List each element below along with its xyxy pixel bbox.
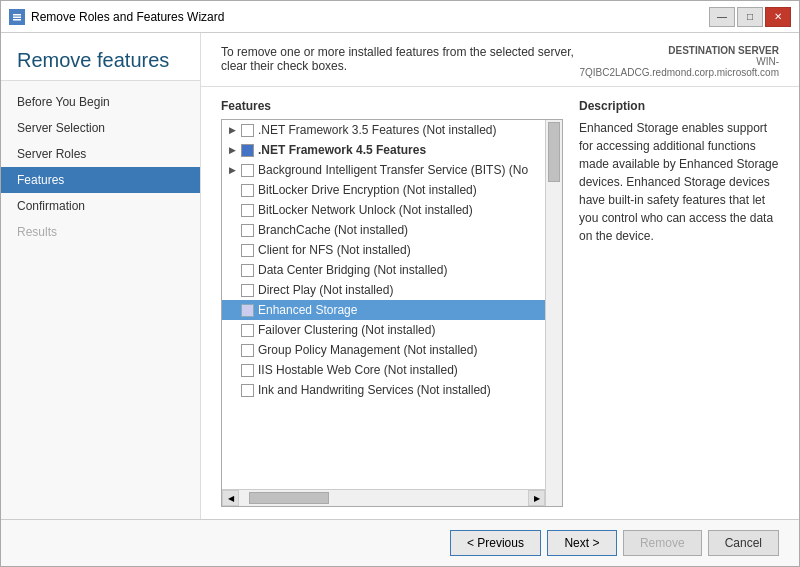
feature-group-policy[interactable]: Group Policy Management (Not installed) xyxy=(222,340,545,360)
feature-ink-handwriting[interactable]: Ink and Handwriting Services (Not instal… xyxy=(222,380,545,400)
sidebar-item-confirmation[interactable]: Confirmation xyxy=(1,193,200,219)
wizard-icon xyxy=(9,9,25,25)
description-panel: Description Enhanced Storage enables sup… xyxy=(579,99,779,507)
content-area: Remove features Before You Begin Server … xyxy=(1,33,799,519)
checkbox-enhanced-storage[interactable] xyxy=(241,304,254,317)
title-bar-left: Remove Roles and Features Wizard xyxy=(9,9,224,25)
features-list-container: ▶ .NET Framework 3.5 Features (Not insta… xyxy=(221,119,563,507)
destination-label: DESTINATION SERVER xyxy=(579,45,779,56)
feature-failover-clustering-label: Failover Clustering (Not installed) xyxy=(258,323,435,337)
feature-bitlocker[interactable]: BitLocker Drive Encryption (Not installe… xyxy=(222,180,545,200)
expand-net45[interactable]: ▶ xyxy=(226,144,238,156)
feature-client-nfs[interactable]: Client for NFS (Not installed) xyxy=(222,240,545,260)
feature-datacenter-bridging[interactable]: Data Center Bridging (Not installed) xyxy=(222,260,545,280)
sidebar-item-features[interactable]: Features xyxy=(1,167,200,193)
close-button[interactable]: ✕ xyxy=(765,7,791,27)
feature-direct-play-label: Direct Play (Not installed) xyxy=(258,283,393,297)
feature-net35-label: .NET Framework 3.5 Features (Not install… xyxy=(258,123,497,137)
checkbox-ink-handwriting[interactable] xyxy=(241,384,254,397)
sidebar-item-before-you-begin[interactable]: Before You Begin xyxy=(1,89,200,115)
feature-net45[interactable]: ▶ .NET Framework 4.5 Features xyxy=(222,140,545,160)
feature-enhanced-storage-label: Enhanced Storage xyxy=(258,303,357,317)
feature-ink-handwriting-label: Ink and Handwriting Services (Not instal… xyxy=(258,383,491,397)
maximize-button[interactable]: □ xyxy=(737,7,763,27)
checkbox-group-policy[interactable] xyxy=(241,344,254,357)
checkbox-branchcache[interactable] xyxy=(241,224,254,237)
feature-client-nfs-label: Client for NFS (Not installed) xyxy=(258,243,411,257)
cancel-button[interactable]: Cancel xyxy=(708,530,779,556)
features-list[interactable]: ▶ .NET Framework 3.5 Features (Not insta… xyxy=(222,120,562,506)
vertical-scrollbar[interactable] xyxy=(545,120,562,506)
minimize-button[interactable]: — xyxy=(709,7,735,27)
feature-branchcache-label: BranchCache (Not installed) xyxy=(258,223,408,237)
checkbox-datacenter-bridging[interactable] xyxy=(241,264,254,277)
main-window: Remove Roles and Features Wizard — □ ✕ R… xyxy=(0,0,800,567)
window-title: Remove Roles and Features Wizard xyxy=(31,10,224,24)
feature-net45-label: .NET Framework 4.5 Features xyxy=(258,143,426,157)
features-area: Features ▶ .NET Framework 3.5 Features (… xyxy=(201,87,799,519)
feature-failover-clustering[interactable]: Failover Clustering (Not installed) xyxy=(222,320,545,340)
previous-button[interactable]: < Previous xyxy=(450,530,541,556)
next-button[interactable]: Next > xyxy=(547,530,617,556)
checkbox-bits[interactable] xyxy=(241,164,254,177)
feature-direct-play[interactable]: Direct Play (Not installed) xyxy=(222,280,545,300)
feature-group-policy-label: Group Policy Management (Not installed) xyxy=(258,343,477,357)
window-controls: — □ ✕ xyxy=(709,7,791,27)
feature-bitlocker-network[interactable]: BitLocker Network Unlock (Not installed) xyxy=(222,200,545,220)
title-bar: Remove Roles and Features Wizard — □ ✕ xyxy=(1,1,799,33)
sidebar-header: Remove features xyxy=(1,33,200,81)
features-panel: Features ▶ .NET Framework 3.5 Features (… xyxy=(221,99,563,507)
feature-bits-label: Background Intelligent Transfer Service … xyxy=(258,163,528,177)
feature-bitlocker-network-label: BitLocker Network Unlock (Not installed) xyxy=(258,203,473,217)
h-scroll-thumb[interactable] xyxy=(249,492,329,504)
remove-button[interactable]: Remove xyxy=(623,530,702,556)
svg-rect-2 xyxy=(13,16,21,18)
h-scroll-track[interactable] xyxy=(239,490,528,506)
description-title: Description xyxy=(579,99,779,113)
sidebar-nav: Before You Begin Server Selection Server… xyxy=(1,81,200,253)
horizontal-scrollbar[interactable]: ◀ ▶ xyxy=(222,489,545,506)
checkbox-client-nfs[interactable] xyxy=(241,244,254,257)
checkbox-failover-clustering[interactable] xyxy=(241,324,254,337)
description-text: Enhanced Storage enables support for acc… xyxy=(579,119,779,245)
sidebar: Remove features Before You Begin Server … xyxy=(1,33,201,519)
feature-iis-hostable[interactable]: IIS Hostable Web Core (Not installed) xyxy=(222,360,545,380)
main-header: To remove one or more installed features… xyxy=(201,33,799,87)
scroll-left-button[interactable]: ◀ xyxy=(222,490,239,506)
sidebar-item-results: Results xyxy=(1,219,200,245)
svg-rect-3 xyxy=(13,19,21,21)
feature-branchcache[interactable]: BranchCache (Not installed) xyxy=(222,220,545,240)
main-content: To remove one or more installed features… xyxy=(201,33,799,519)
sidebar-item-server-roles[interactable]: Server Roles xyxy=(1,141,200,167)
feature-datacenter-bridging-label: Data Center Bridging (Not installed) xyxy=(258,263,447,277)
sidebar-item-server-selection[interactable]: Server Selection xyxy=(1,115,200,141)
feature-bits[interactable]: ▶ Background Intelligent Transfer Servic… xyxy=(222,160,545,180)
feature-enhanced-storage[interactable]: Enhanced Storage xyxy=(222,300,545,320)
feature-iis-hostable-label: IIS Hostable Web Core (Not installed) xyxy=(258,363,458,377)
checkbox-net45[interactable] xyxy=(241,144,254,157)
expand-net35[interactable]: ▶ xyxy=(226,124,238,136)
svg-rect-1 xyxy=(13,14,21,16)
checkbox-iis-hostable[interactable] xyxy=(241,364,254,377)
destination-server: DESTINATION SERVER WIN-7QIBC2LADCG.redmo… xyxy=(579,45,779,78)
feature-net35[interactable]: ▶ .NET Framework 3.5 Features (Not insta… xyxy=(222,120,545,140)
checkbox-net35[interactable] xyxy=(241,124,254,137)
scrollbar-thumb[interactable] xyxy=(548,122,560,182)
expand-bits[interactable]: ▶ xyxy=(226,164,238,176)
checkbox-bitlocker[interactable] xyxy=(241,184,254,197)
checkbox-direct-play[interactable] xyxy=(241,284,254,297)
scroll-right-button[interactable]: ▶ xyxy=(528,490,545,506)
checkbox-bitlocker-network[interactable] xyxy=(241,204,254,217)
feature-bitlocker-label: BitLocker Drive Encryption (Not installe… xyxy=(258,183,477,197)
server-name: WIN-7QIBC2LADCG.redmond.corp.microsoft.c… xyxy=(579,56,779,78)
features-panel-title: Features xyxy=(221,99,563,113)
footer: < Previous Next > Remove Cancel xyxy=(1,519,799,566)
instruction-text: To remove one or more installed features… xyxy=(221,45,579,73)
